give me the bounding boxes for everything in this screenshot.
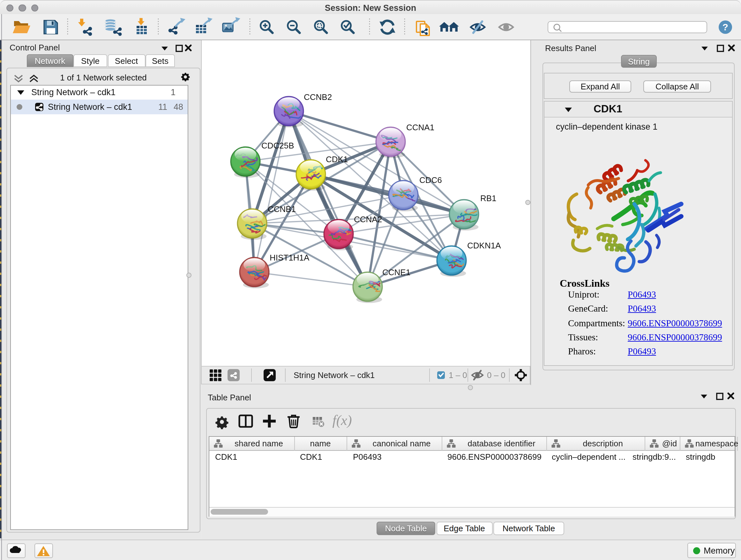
svg-text:1 – 0: 1 – 0 [449,370,467,380]
svg-text:CDC6: CDC6 [419,175,442,185]
svg-text:f(x): f(x) [332,412,351,428]
svg-text:CCNB2: CCNB2 [304,92,332,102]
svg-text:0 – 0: 0 – 0 [487,370,506,380]
svg-text:CCNE1: CCNE1 [382,267,410,277]
svg-text:RB1: RB1 [480,193,496,203]
svg-text:String Network – cdk1: String Network – cdk1 [293,370,375,380]
svg-text:CCNA1: CCNA1 [406,122,434,132]
svg-text:CDC25B: CDC25B [261,140,294,150]
svg-text:HIST1H1A: HIST1H1A [270,253,310,262]
svg-text:?: ? [723,22,728,32]
svg-text:CDK1: CDK1 [326,154,348,164]
svg-text:CDKN1A: CDKN1A [467,240,501,250]
svg-text:CCNB1: CCNB1 [268,204,296,213]
svg-text:CCNA2: CCNA2 [354,214,382,224]
